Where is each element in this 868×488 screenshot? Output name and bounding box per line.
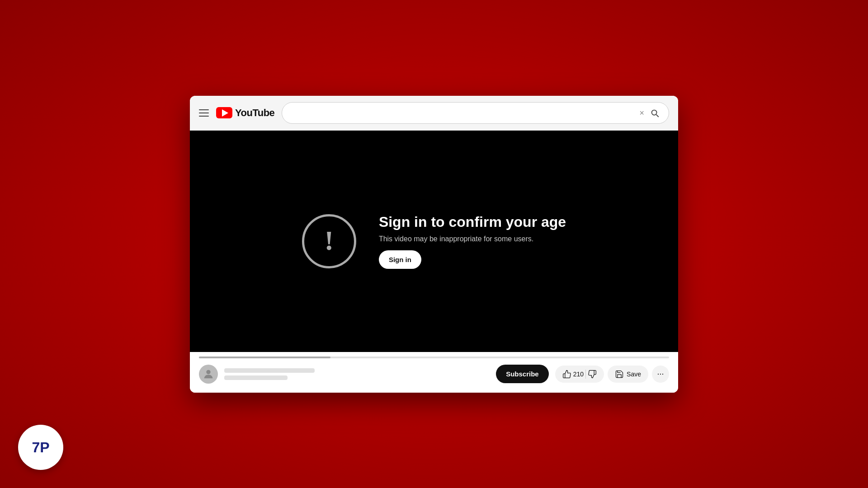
avatar-icon — [202, 368, 215, 380]
age-gate-content: Sign in to confirm your age This video m… — [379, 214, 566, 269]
search-icon — [650, 108, 660, 118]
channel-sub-placeholder — [224, 375, 288, 380]
more-options-button[interactable]: ··· — [652, 366, 669, 383]
sign-in-button[interactable]: Sign in — [379, 250, 421, 269]
thumbs-up-icon — [562, 370, 571, 379]
progress-track[interactable] — [199, 357, 669, 358]
channel-avatar — [199, 365, 218, 384]
progress-fill — [199, 357, 330, 358]
thumbs-down-icon — [588, 370, 597, 379]
progress-bar-area — [190, 352, 678, 358]
action-buttons: 210 Save ··· — [555, 366, 669, 383]
age-gate-subtitle: This video may be inappropriate for some… — [379, 235, 566, 243]
channel-name-placeholder — [224, 368, 315, 373]
badge-text: 7P — [32, 439, 49, 456]
like-divider — [585, 370, 586, 379]
more-dots-icon: ··· — [657, 369, 664, 379]
subscribe-button[interactable]: Subscribe — [496, 365, 549, 383]
svg-point-0 — [206, 370, 210, 374]
video-player: ! Sign in to confirm your age This video… — [190, 131, 678, 352]
channel-info — [224, 368, 490, 380]
like-button[interactable]: 210 — [555, 366, 604, 383]
video-controls-bar: Subscribe 210 — [190, 358, 678, 393]
youtube-logo-text: YouTube — [235, 107, 274, 119]
age-gate: ! Sign in to confirm your age This video… — [302, 214, 566, 269]
save-icon — [615, 370, 624, 379]
search-input[interactable] — [289, 109, 636, 117]
warning-circle-icon: ! — [302, 214, 356, 268]
exclamation-icon: ! — [325, 226, 334, 254]
channel-badge: 7P — [18, 425, 63, 470]
search-button[interactable] — [648, 106, 661, 120]
like-count: 210 — [573, 371, 584, 378]
search-bar: × — [282, 102, 669, 124]
save-label: Save — [627, 371, 641, 378]
save-button[interactable]: Save — [608, 366, 648, 383]
age-gate-title: Sign in to confirm your age — [379, 214, 566, 230]
browser-header: YouTube × — [190, 96, 678, 131]
hamburger-menu-button[interactable] — [199, 109, 209, 117]
browser-window: YouTube × ! Sign in to confirm your age … — [190, 96, 678, 393]
youtube-logo-icon — [216, 107, 232, 118]
youtube-logo[interactable]: YouTube — [216, 107, 274, 119]
search-clear-icon[interactable]: × — [639, 109, 644, 117]
